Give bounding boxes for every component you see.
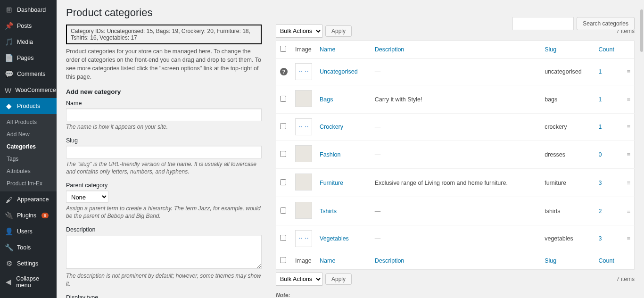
bulk-actions-select-bottom[interactable]: Bulk Actions <box>276 273 322 286</box>
col-name-foot[interactable]: Name <box>320 257 335 264</box>
drag-handle[interactable]: ≡ <box>623 169 635 197</box>
menu-media[interactable]: 🎵Media <box>0 34 57 50</box>
dashboard-icon: ⊞ <box>5 6 13 14</box>
row-checkbox[interactable] <box>280 151 286 157</box>
scrollbar[interactable] <box>640 9 643 52</box>
menu-label: Appearance <box>17 196 49 203</box>
apply-button-top[interactable]: Apply <box>325 25 352 37</box>
menu-collapse[interactable]: ◀Collapse menu <box>0 272 57 292</box>
submenu-categories[interactable]: Categories <box>0 141 57 153</box>
drag-handle[interactable]: ≡ <box>623 58 635 85</box>
col-slug[interactable]: Slug <box>545 46 556 53</box>
menu-pages[interactable]: 📄Pages <box>0 50 57 66</box>
products-submenu: All Products Add New Categories Tags Att… <box>0 114 57 191</box>
help-icon[interactable]: ? <box>280 68 288 75</box>
drag-handle[interactable]: ≡ <box>623 85 635 114</box>
row-checkbox[interactable] <box>280 235 286 241</box>
description-textarea[interactable] <box>66 235 262 269</box>
submenu-product-im-ex[interactable]: Product Im-Ex <box>0 177 57 190</box>
menu-tools[interactable]: 🔧Tools <box>0 240 57 256</box>
bulk-actions-select-top[interactable]: Bulk Actions <box>276 25 322 38</box>
menu-comments[interactable]: 💬Comments <box>0 66 57 82</box>
row-count-link[interactable]: 1 <box>599 124 602 130</box>
col-count[interactable]: Count <box>599 46 614 53</box>
tablenav-bottom: Bulk Actions Apply 7 items <box>276 273 635 286</box>
submenu-attributes[interactable]: Attributes <box>0 165 57 177</box>
row-checkbox[interactable] <box>280 96 286 102</box>
row-name-link[interactable]: Fashion <box>320 151 340 158</box>
search-input[interactable] <box>512 17 574 30</box>
row-name-link[interactable]: Vegetables <box>320 235 349 242</box>
row-count-link[interactable]: 1 <box>599 68 602 75</box>
user-icon: 👤 <box>5 227 13 236</box>
table-row: BagsCarry it with Style!bags1≡ <box>276 85 635 114</box>
row-checkbox[interactable] <box>280 123 286 129</box>
row-name-link[interactable]: Crockery <box>320 124 343 130</box>
row-name-link[interactable]: Furniture <box>320 180 343 186</box>
menu-label: WooCommerce <box>15 87 56 93</box>
row-description: — <box>375 235 381 242</box>
row-checkbox[interactable] <box>280 207 286 214</box>
row-count-link[interactable]: 3 <box>599 235 602 242</box>
col-description[interactable]: Description <box>375 46 405 53</box>
row-count-link[interactable]: 2 <box>599 208 602 215</box>
brush-icon: 🖌 <box>5 195 13 204</box>
menu-label: Dashboard <box>17 7 46 13</box>
menu-woocommerce[interactable]: WWooCommerce <box>0 82 57 98</box>
submenu-add-new[interactable]: Add New <box>0 128 57 141</box>
search-box: Search categories <box>512 17 635 30</box>
row-name-link[interactable]: Uncategorised <box>320 68 358 75</box>
menu-dashboard[interactable]: ⊞Dashboard <box>0 2 57 18</box>
row-description: — <box>375 68 381 75</box>
slug-hint: The "slug" is the URL-friendly version o… <box>66 160 262 175</box>
table-row: •• ••Crockery—crockery1≡ <box>276 114 635 141</box>
slug-input[interactable] <box>66 146 262 158</box>
select-all-top[interactable] <box>280 46 286 52</box>
search-button[interactable]: Search categories <box>577 17 635 30</box>
row-name-link[interactable]: Bags <box>320 96 333 103</box>
table-row: ?•• ••Uncategorised—uncategorised1≡ <box>276 58 635 85</box>
row-description: — <box>375 124 381 130</box>
drag-handle[interactable]: ≡ <box>623 141 635 169</box>
apply-button-bottom[interactable]: Apply <box>325 273 352 285</box>
plug-icon: 🔌 <box>5 211 13 220</box>
parent-select[interactable]: None <box>66 190 108 203</box>
menu-label: Users <box>17 228 33 235</box>
menu-users[interactable]: 👤Users <box>0 224 57 240</box>
name-input[interactable] <box>66 108 262 121</box>
col-slug-foot[interactable]: Slug <box>545 257 556 264</box>
table-row: FurnitureExclusive range of Living room … <box>276 169 635 197</box>
row-slug: tshirts <box>541 197 594 225</box>
woo-icon: W <box>5 86 11 94</box>
name-hint: The name is how it appears on your site. <box>66 123 262 131</box>
menu-posts[interactable]: 📌Posts <box>0 18 57 34</box>
select-all-bottom[interactable] <box>280 257 286 263</box>
category-ids-label: Category IDs: <box>71 28 105 34</box>
drag-handle[interactable]: ≡ <box>623 225 635 252</box>
row-count-link[interactable]: 0 <box>599 151 602 158</box>
thumbnail-image <box>295 145 312 162</box>
menu-appearance[interactable]: 🖌Appearance <box>0 191 57 207</box>
parent-label: Parent category <box>66 182 262 189</box>
menu-plugins[interactable]: 🔌Plugins6 <box>0 207 57 224</box>
comment-icon: 💬 <box>5 70 13 78</box>
submenu-all-products[interactable]: All Products <box>0 116 57 128</box>
row-count-link[interactable]: 3 <box>599 180 602 186</box>
delete-note: Note: Deleting a category does not delet… <box>276 291 635 298</box>
row-count-link[interactable]: 1 <box>599 96 602 103</box>
menu-products[interactable]: ◆Products <box>0 98 57 114</box>
admin-sidebar: ⊞Dashboard 📌Posts 🎵Media 📄Pages 💬Comment… <box>0 0 57 298</box>
row-slug: furniture <box>541 169 594 197</box>
menu-settings[interactable]: ⚙Settings <box>0 256 57 272</box>
drag-handle[interactable]: ≡ <box>623 197 635 225</box>
row-checkbox[interactable] <box>280 179 286 185</box>
col-description-foot[interactable]: Description <box>375 257 405 264</box>
col-name[interactable]: Name <box>320 46 335 53</box>
parent-hint: Assign a parent term to create a hierarc… <box>66 205 262 220</box>
row-name-link[interactable]: Tshirts <box>320 208 337 215</box>
table-row: Fashion—dresses0≡ <box>276 141 635 169</box>
menu-label: Tools <box>17 244 31 251</box>
submenu-tags[interactable]: Tags <box>0 153 57 165</box>
col-count-foot[interactable]: Count <box>599 257 614 264</box>
drag-handle[interactable]: ≡ <box>623 114 635 141</box>
